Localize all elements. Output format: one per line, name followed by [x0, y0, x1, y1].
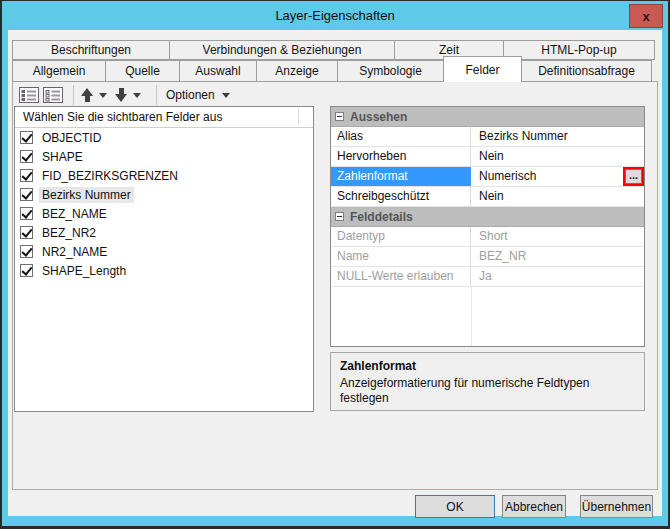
- field-list-header: Wählen Sie die sichtbaren Felder aus: [15, 107, 313, 128]
- property-row-datentyp[interactable]: Datentyp Short: [331, 227, 644, 247]
- property-row-schreibgeschuetzt[interactable]: Schreibgeschützt Nein: [331, 187, 644, 207]
- tab-auswahl[interactable]: Auswahl: [179, 60, 257, 82]
- section-title: Felddetails: [350, 210, 413, 224]
- property-row-name[interactable]: Name BEZ_NR: [331, 247, 644, 267]
- uncheck-all-fields-button[interactable]: [42, 85, 64, 105]
- apply-button[interactable]: Übernehmen: [580, 495, 653, 518]
- field-list-item[interactable]: SHAPE: [15, 147, 313, 166]
- uncheck-all-fields-icon: [43, 87, 63, 103]
- property-value: Short: [471, 227, 644, 246]
- description-title: Zahlenformat: [340, 359, 635, 373]
- description-body: Anzeigeformatierung für numerische Feldt…: [340, 376, 632, 406]
- cancel-button[interactable]: Abbrechen: [502, 495, 566, 518]
- options-dropdown-icon: [222, 93, 230, 102]
- property-row-alias[interactable]: Alias Bezirks Nummer: [331, 127, 644, 147]
- property-value: Nein: [471, 147, 644, 166]
- tab-symbologie[interactable]: Symbologie: [337, 60, 444, 82]
- tab-allgemein[interactable]: Allgemein: [12, 60, 106, 82]
- property-value: Ja: [471, 267, 644, 286]
- tab-verbindungen-beziehungen[interactable]: Verbindungen & Beziehungen: [169, 40, 395, 60]
- tab-html-pop-up[interactable]: HTML-Pop-up: [503, 40, 655, 60]
- property-label: Alias: [331, 127, 471, 146]
- move-field-up-icon: [81, 88, 93, 96]
- field-checkbox[interactable]: [20, 245, 33, 258]
- field-label: SHAPE_Length: [39, 263, 129, 279]
- field-checkbox[interactable]: [20, 264, 33, 277]
- field-list-item-selected[interactable]: Bezirks Nummer: [15, 185, 313, 204]
- tab-quelle[interactable]: Quelle: [105, 60, 180, 82]
- tab-beschriftungen[interactable]: Beschriftungen: [12, 40, 170, 60]
- property-value: Numerisch ...: [471, 167, 644, 186]
- property-label: Name: [331, 247, 471, 266]
- field-checkbox[interactable]: [20, 188, 33, 201]
- move-field-up-icon-stem: [85, 96, 90, 102]
- field-label: Bezirks Nummer: [39, 187, 134, 203]
- field-label: NR2_NAME: [39, 244, 110, 260]
- check-all-fields-button[interactable]: [18, 85, 40, 105]
- property-label: NULL-Werte erlauben: [331, 267, 471, 286]
- visible-fields-listbox[interactable]: Wählen Sie die sichtbaren Felder aus OBJ…: [14, 106, 314, 412]
- fields-toolbar: Optionen: [18, 83, 230, 107]
- field-list-item[interactable]: FID_BEZIRKSGRENZEN: [15, 166, 313, 185]
- property-row-zahlenformat[interactable]: Zahlenformat Numerisch ...: [331, 167, 644, 187]
- property-row-null-werte[interactable]: NULL-Werte erlauben Ja: [331, 267, 644, 287]
- close-button[interactable]: x: [629, 4, 663, 28]
- collapse-minus-icon[interactable]: [335, 212, 344, 221]
- field-checkbox[interactable]: [20, 169, 33, 182]
- property-description-panel: Zahlenformat Anzeigeformatierung für num…: [330, 352, 645, 411]
- collapse-minus-icon[interactable]: [335, 112, 344, 121]
- tab-definitionsabfrage[interactable]: Definitionsabfrage: [521, 60, 652, 82]
- field-label: BEZ_NAME: [39, 206, 110, 222]
- field-checkbox[interactable]: [20, 226, 33, 239]
- field-list-item[interactable]: SHAPE_Length: [15, 261, 313, 280]
- field-checkbox[interactable]: [20, 150, 33, 163]
- property-label: Zahlenformat: [331, 167, 471, 186]
- window-title: Layer-Eigenschaften: [275, 1, 394, 31]
- field-list-item[interactable]: NR2_NAME: [15, 242, 313, 261]
- property-label: Datentyp: [331, 227, 471, 246]
- tab-felder[interactable]: Felder: [443, 56, 522, 82]
- ok-button[interactable]: OK: [415, 495, 495, 518]
- section-header-felddetails[interactable]: Felddetails: [331, 207, 644, 227]
- property-label: Hervorheben: [331, 147, 471, 166]
- property-row-hervorheben[interactable]: Hervorheben Nein: [331, 147, 644, 167]
- annotation-highlight-box: ...: [623, 167, 644, 186]
- move-field-down-button[interactable]: [115, 88, 127, 102]
- property-value-text: Numerisch: [479, 169, 536, 183]
- field-checkbox[interactable]: [20, 131, 33, 144]
- field-label: BEZ_NR2: [39, 225, 99, 241]
- number-format-ellipsis-button[interactable]: ...: [625, 169, 642, 184]
- property-value: BEZ_NR: [471, 247, 644, 266]
- section-title: Aussehen: [350, 110, 407, 124]
- property-label: Schreibgeschützt: [331, 187, 471, 206]
- property-value: Bezirks Nummer: [471, 127, 644, 146]
- toolbar-separator: [156, 85, 157, 105]
- field-label: SHAPE: [39, 149, 86, 165]
- tab-anzeige[interactable]: Anzeige: [256, 60, 338, 82]
- move-field-up-button[interactable]: [81, 88, 93, 102]
- field-list-item[interactable]: BEZ_NAME: [15, 204, 313, 223]
- tab-row-top: Beschriftungen Verbindungen & Beziehunge…: [12, 40, 655, 60]
- move-down-dropdown-icon[interactable]: [133, 93, 141, 102]
- titlebar[interactable]: Layer-Eigenschaften x: [2, 1, 668, 30]
- field-checkbox[interactable]: [20, 207, 33, 220]
- section-header-aussehen[interactable]: Aussehen: [331, 107, 644, 127]
- field-label: OBJECTID: [39, 130, 104, 146]
- move-up-dropdown-icon[interactable]: [99, 93, 107, 102]
- tab-row-bottom: Allgemein Quelle Auswahl Anzeige Symbolo…: [12, 60, 652, 82]
- check-all-fields-icon: [19, 87, 39, 103]
- options-menu-label: Optionen: [166, 88, 215, 102]
- field-list-item[interactable]: BEZ_NR2: [15, 223, 313, 242]
- property-grid-empty-area: [331, 287, 644, 346]
- move-field-down-icon: [115, 94, 127, 102]
- options-menu-button[interactable]: Optionen: [166, 88, 230, 102]
- field-label: FID_BEZIRKSGRENZEN: [39, 168, 181, 184]
- dialog-client-area: Beschriftungen Verbindungen & Beziehunge…: [8, 30, 662, 516]
- layer-properties-dialog: Layer-Eigenschaften x Beschriftungen Ver…: [2, 1, 668, 526]
- toolbar-separator: [73, 85, 74, 105]
- property-value: Nein: [471, 187, 644, 206]
- field-property-grid[interactable]: Aussehen Alias Bezirks Nummer Hervorhebe…: [330, 106, 645, 347]
- field-list-item[interactable]: OBJECTID: [15, 128, 313, 147]
